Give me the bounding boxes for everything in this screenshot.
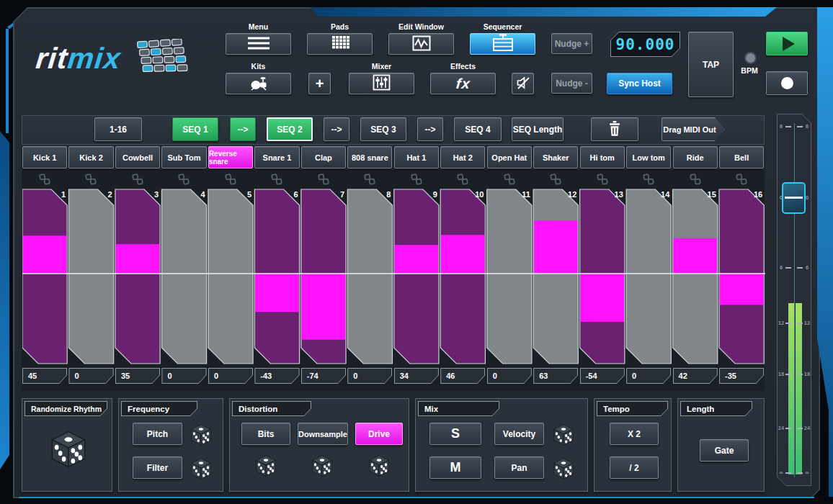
step-column-7[interactable]: 7 xyxy=(301,189,346,364)
play-button[interactable] xyxy=(766,32,808,55)
step-column-11[interactable]: 11 xyxy=(487,189,532,364)
mute-button[interactable] xyxy=(512,73,534,94)
step-column-4[interactable]: 4 xyxy=(161,189,206,364)
drag-midi-out-handle[interactable]: Drag MIDI Out xyxy=(662,117,725,141)
step-value-box-3[interactable]: 35 xyxy=(115,368,160,384)
clear-sequence-button[interactable] xyxy=(591,117,638,141)
track-button-hi-tom[interactable]: Hi tom xyxy=(580,146,625,168)
track-button-low-tom[interactable]: Low tom xyxy=(626,146,671,168)
edit-window-button[interactable] xyxy=(388,33,454,55)
track-button-808-snare[interactable]: 808 snare xyxy=(347,146,392,168)
bpm-display[interactable]: 90.000 xyxy=(610,32,680,57)
step-column-16[interactable]: 16 xyxy=(719,189,764,364)
track-button-hat-1[interactable]: Hat 1 xyxy=(394,146,439,168)
bits-button[interactable]: Bits xyxy=(241,423,290,445)
seq1-chain-arrow-button[interactable]: --> xyxy=(230,117,256,141)
gate-button[interactable]: Gate xyxy=(700,439,749,462)
track-link-icon[interactable] xyxy=(270,173,283,186)
step-value-box-5[interactable]: 0 xyxy=(208,368,253,384)
seq2-chain-arrow-button[interactable]: --> xyxy=(324,117,349,141)
drive-button[interactable]: Drive xyxy=(355,423,403,445)
downsample-dice-button[interactable] xyxy=(310,454,334,481)
step-column-8[interactable]: 8 xyxy=(347,189,392,364)
step-value-box-12[interactable]: 63 xyxy=(533,368,578,384)
track-button-clap[interactable]: Clap xyxy=(301,146,346,168)
track-link-icon[interactable] xyxy=(689,173,702,186)
effects-button[interactable]: fx xyxy=(430,73,496,94)
add-button[interactable]: + xyxy=(308,73,331,94)
track-link-icon[interactable] xyxy=(503,173,516,186)
track-link-icon[interactable] xyxy=(131,173,144,186)
track-button-ride[interactable]: Ride xyxy=(673,146,718,168)
step-column-3[interactable]: 3 xyxy=(115,189,160,364)
pan-button[interactable]: Pan xyxy=(494,456,544,479)
pan-dice-button[interactable] xyxy=(551,456,576,484)
track-link-icon[interactable] xyxy=(317,173,330,186)
track-link-icon[interactable] xyxy=(224,173,237,186)
nudge-plus-button[interactable]: Nudge + xyxy=(551,33,592,54)
downsample-button[interactable]: Downsample xyxy=(298,423,348,445)
step-value-box-6[interactable]: -43 xyxy=(254,368,299,384)
track-link-icon[interactable] xyxy=(456,173,469,186)
pitch-dice-button[interactable] xyxy=(189,423,213,450)
tempo-double-button[interactable]: X 2 xyxy=(610,423,659,445)
randomize-rhythm-dice-button[interactable] xyxy=(48,428,89,473)
track-link-icon[interactable] xyxy=(410,173,423,186)
track-button-shaker[interactable]: Shaker xyxy=(533,146,578,168)
seq3-chain-arrow-button[interactable]: --> xyxy=(417,117,443,141)
step-value-box-13[interactable]: -54 xyxy=(580,368,625,384)
pitch-button[interactable]: Pitch xyxy=(133,423,182,445)
seq-length-button[interactable]: SEQ Length xyxy=(512,117,564,141)
step-value-box-15[interactable]: 42 xyxy=(673,368,718,384)
kits-button[interactable] xyxy=(226,73,291,94)
tempo-half-button[interactable]: / 2 xyxy=(610,456,659,479)
filter-dice-button[interactable] xyxy=(189,456,213,484)
step-value-box-10[interactable]: 46 xyxy=(440,368,485,384)
step-column-6[interactable]: 6 xyxy=(254,189,299,364)
filter-button[interactable]: Filter xyxy=(133,456,182,479)
step-column-12[interactable]: 12 xyxy=(533,189,578,364)
track-button-hat-2[interactable]: Hat 2 xyxy=(440,146,485,168)
step-value-box-14[interactable]: 0 xyxy=(626,368,671,384)
track-button-cowbell[interactable]: Cowbell xyxy=(115,146,160,168)
track-button-sub-tom[interactable]: Sub Tom xyxy=(161,146,206,168)
fader-handle[interactable] xyxy=(782,182,806,214)
drive-dice-button[interactable] xyxy=(367,454,391,481)
seq3-button[interactable]: SEQ 3 xyxy=(360,117,406,141)
track-button-bell[interactable]: Bell xyxy=(719,146,764,168)
velocity-button[interactable]: Velocity xyxy=(494,423,544,445)
step-column-2[interactable]: 2 xyxy=(68,189,113,364)
step-column-10[interactable]: 10 xyxy=(440,189,485,364)
sequencer-button[interactable] xyxy=(470,33,535,55)
step-value-box-16[interactable]: -35 xyxy=(719,368,764,384)
seq1-button[interactable]: SEQ 1 xyxy=(172,117,218,141)
seq2-button[interactable]: SEQ 2 xyxy=(267,117,313,141)
track-link-icon[interactable] xyxy=(735,173,748,186)
record-button[interactable] xyxy=(766,71,808,95)
step-column-9[interactable]: 9 xyxy=(394,189,439,364)
velocity-dice-button[interactable] xyxy=(551,423,576,450)
sync-host-button[interactable]: Sync Host xyxy=(607,73,672,94)
step-value-box-11[interactable]: 0 xyxy=(487,368,532,384)
track-button-kick-2[interactable]: Kick 2 xyxy=(68,146,113,168)
menu-button[interactable] xyxy=(226,33,291,55)
mixer-button[interactable] xyxy=(349,73,414,94)
track-link-icon[interactable] xyxy=(596,173,609,186)
step-column-15[interactable]: 15 xyxy=(673,189,718,364)
track-button-kick-1[interactable]: Kick 1 xyxy=(22,146,67,168)
bits-dice-button[interactable] xyxy=(254,454,278,481)
track-button-open-hat[interactable]: Open Hat xyxy=(487,146,532,168)
track-button-reverse-snare[interactable]: Reverse snare xyxy=(208,146,253,168)
track-link-icon[interactable] xyxy=(642,173,655,186)
solo-button[interactable]: S xyxy=(429,423,481,445)
step-value-box-9[interactable]: 34 xyxy=(394,368,439,384)
seq4-button[interactable]: SEQ 4 xyxy=(454,117,502,141)
step-value-box-1[interactable]: 45 xyxy=(22,368,67,384)
step-column-1[interactable]: 1 xyxy=(22,189,67,364)
track-link-icon[interactable] xyxy=(549,173,562,186)
step-value-box-7[interactable]: -74 xyxy=(301,368,346,384)
step-value-box-4[interactable]: 0 xyxy=(161,368,206,384)
track-link-icon[interactable] xyxy=(84,173,97,186)
mute-track-button[interactable]: M xyxy=(429,456,481,479)
step-column-14[interactable]: 14 xyxy=(626,189,671,364)
